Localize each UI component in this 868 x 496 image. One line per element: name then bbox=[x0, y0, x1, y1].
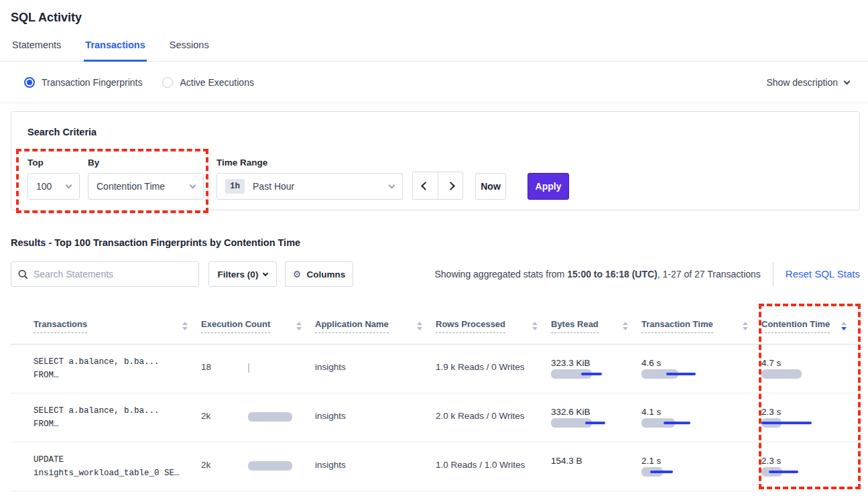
by-label: By bbox=[88, 158, 216, 168]
time-back-button[interactable] bbox=[413, 172, 438, 199]
table-row[interactable]: SELECT a.balance, b.ba... FROM… 2k insig… bbox=[11, 393, 860, 442]
view-toggle-row: Transaction Fingerprints Active Executio… bbox=[0, 62, 868, 103]
time-range-label: Time Range bbox=[216, 158, 403, 168]
tab-statements[interactable]: Statements bbox=[11, 40, 62, 61]
time-step-group bbox=[412, 172, 463, 200]
column-header-application-name[interactable]: Application Name bbox=[315, 308, 436, 344]
rows-processed-cell: 1.0 Reads / 1.0 Writes bbox=[436, 442, 551, 491]
sort-icon-active-desc[interactable] bbox=[841, 322, 847, 330]
radio-selected-icon bbox=[24, 77, 35, 88]
reset-sql-stats-link[interactable]: Reset SQL Stats bbox=[773, 262, 860, 286]
radio-transaction-fingerprints[interactable]: Transaction Fingerprints bbox=[24, 77, 142, 88]
tab-transactions[interactable]: Transactions bbox=[84, 40, 146, 62]
execution-count-cell: 18 bbox=[201, 345, 315, 393]
chevron-right-icon bbox=[446, 182, 455, 190]
column-header-execution-count[interactable]: Execution Count bbox=[201, 308, 315, 344]
time-range-select[interactable]: 1h Past Hour bbox=[216, 173, 403, 200]
by-select-value: Contention Time bbox=[97, 181, 165, 192]
search-criteria-heading: Search Criteria bbox=[27, 127, 843, 137]
time-range-value: Past Hour bbox=[253, 181, 294, 192]
top-select-value: 100 bbox=[36, 181, 52, 192]
contention-time-cell: 2.3 s bbox=[761, 393, 860, 442]
execution-count-bar bbox=[248, 461, 295, 471]
search-criteria-card: Search Criteria Top 100 By Contention Ti… bbox=[11, 111, 860, 210]
chevron-left-icon bbox=[421, 182, 430, 190]
sort-icon[interactable] bbox=[182, 322, 188, 330]
results-heading: Results - Top 100 Transaction Fingerprin… bbox=[11, 237, 868, 248]
show-description-toggle[interactable]: Show description bbox=[766, 77, 849, 88]
top-label: Top bbox=[27, 158, 88, 168]
sort-icon[interactable] bbox=[296, 322, 302, 330]
radio-active-executions[interactable]: Active Executions bbox=[162, 77, 254, 88]
search-icon bbox=[18, 269, 28, 280]
gear-icon: ⚙ bbox=[293, 269, 302, 280]
tab-bar: Statements Transactions Sessions bbox=[0, 40, 868, 62]
transaction-fingerprint-cell[interactable]: SELECT a.balance, b.ba... FROM… bbox=[11, 393, 201, 442]
execution-count-cell: 2k bbox=[201, 393, 315, 442]
page-title: SQL Activity bbox=[0, 0, 868, 25]
sql-activity-page: SQL Activity Statements Transactions Ses… bbox=[0, 0, 868, 496]
contention-time-cell: 4.7 s bbox=[761, 345, 860, 393]
sort-icon[interactable] bbox=[532, 322, 538, 330]
column-header-rows-processed[interactable]: Rows Processed bbox=[436, 308, 551, 344]
chevron-down-icon bbox=[389, 182, 395, 189]
search-statements-input[interactable] bbox=[34, 269, 181, 280]
transaction-fingerprint-cell[interactable]: SELECT a.balance, b.ba... FROM… bbox=[11, 345, 201, 393]
contention-time-cell: 2.3 s bbox=[761, 442, 860, 491]
transaction-time-cell: 4.6 s bbox=[641, 345, 761, 393]
execution-count-cell: 2k bbox=[201, 442, 315, 491]
time-forward-button[interactable] bbox=[438, 172, 462, 199]
transaction-time-cell: 2.1 s bbox=[641, 442, 761, 491]
by-select[interactable]: Contention Time bbox=[88, 173, 204, 200]
table-row[interactable]: UPDATE insights_workload_table_0 SE… 2k … bbox=[11, 442, 860, 491]
column-header-transactions[interactable]: Transactions bbox=[11, 308, 201, 344]
table-header-row: Transactions Execution Count Application… bbox=[11, 308, 860, 345]
top-field: Top 100 bbox=[27, 158, 88, 200]
rows-processed-cell: 1.9 k Reads / 0 Writes bbox=[436, 345, 551, 393]
transactions-table: Transactions Execution Count Application… bbox=[11, 308, 860, 491]
transaction-fingerprint-cell[interactable]: UPDATE insights_workload_table_0 SE… bbox=[11, 442, 201, 491]
application-name-cell: insights bbox=[315, 393, 436, 442]
tab-sessions[interactable]: Sessions bbox=[168, 40, 210, 61]
radio-label: Active Executions bbox=[180, 77, 254, 88]
sort-icon[interactable] bbox=[743, 322, 748, 330]
application-name-cell: insights bbox=[315, 442, 436, 491]
filters-label: Filters (0) bbox=[218, 269, 259, 280]
column-header-bytes-read[interactable]: Bytes Read bbox=[551, 308, 641, 344]
radio-unselected-icon bbox=[162, 77, 173, 88]
columns-button[interactable]: ⚙ Columns bbox=[285, 261, 353, 287]
bytes-read-cell: 332.6 KiB bbox=[551, 393, 641, 442]
rows-processed-cell: 2.0 k Reads / 0 Writes bbox=[436, 393, 551, 442]
time-range-field: Time Range 1h Past Hour bbox=[216, 158, 403, 200]
transaction-time-cell: 4.1 s bbox=[641, 393, 761, 442]
show-description-label: Show description bbox=[766, 77, 838, 88]
radio-label: Transaction Fingerprints bbox=[42, 77, 142, 88]
column-header-transaction-time[interactable]: Transaction Time bbox=[641, 308, 761, 344]
now-button[interactable]: Now bbox=[475, 173, 506, 200]
aggregated-stats-text: Showing aggregated stats from 15:00 to 1… bbox=[434, 269, 760, 280]
filters-button[interactable]: Filters (0) bbox=[208, 261, 277, 287]
column-header-contention-time[interactable]: Contention Time bbox=[761, 308, 860, 344]
sort-icon[interactable] bbox=[417, 322, 422, 330]
chevron-down-icon bbox=[190, 182, 196, 189]
by-field: By Contention Time bbox=[88, 158, 216, 200]
bytes-read-cell: 323.3 KiB bbox=[551, 345, 641, 393]
columns-label: Columns bbox=[306, 269, 345, 280]
sort-icon[interactable] bbox=[623, 322, 628, 330]
results-controls: Filters (0) ⚙ Columns Showing aggregated… bbox=[11, 261, 860, 287]
time-range-badge: 1h bbox=[225, 179, 245, 194]
execution-count-bar bbox=[248, 412, 295, 422]
top-select[interactable]: 100 bbox=[27, 173, 80, 200]
apply-button[interactable]: Apply bbox=[528, 173, 569, 200]
execution-count-bar bbox=[248, 363, 295, 373]
chevron-down-icon bbox=[263, 270, 268, 275]
application-name-cell: insights bbox=[315, 345, 436, 393]
chevron-down-icon bbox=[66, 182, 72, 189]
chevron-down-icon bbox=[844, 78, 851, 84]
search-statements-box[interactable] bbox=[11, 261, 199, 287]
bytes-read-cell: 154.3 B bbox=[551, 442, 641, 491]
table-row[interactable]: SELECT a.balance, b.ba... FROM… 18 insig… bbox=[11, 345, 860, 393]
